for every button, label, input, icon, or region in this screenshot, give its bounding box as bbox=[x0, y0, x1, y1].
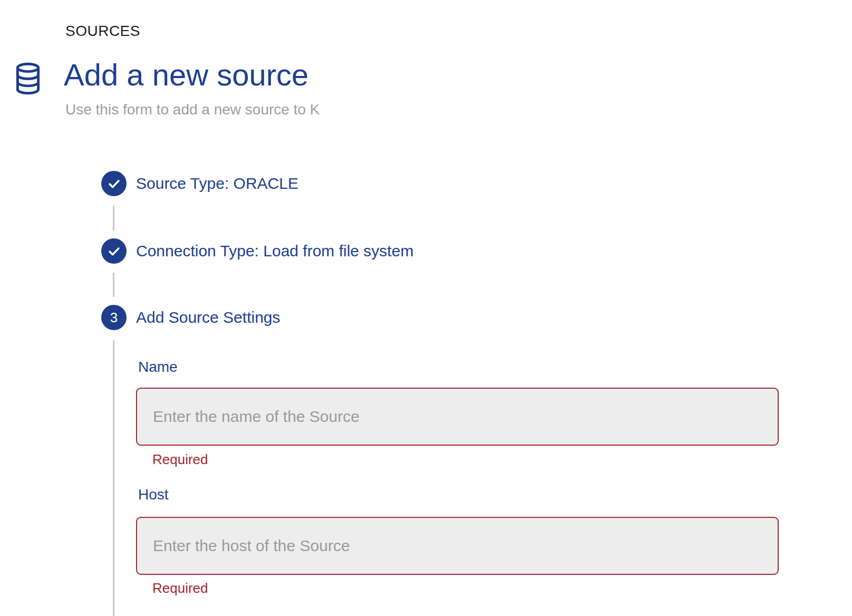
add-source-page: SOURCES Add a new source Use this form t… bbox=[0, 0, 852, 616]
step-3-number-indicator: 3 bbox=[101, 305, 127, 330]
step-3-label: Add Source Settings bbox=[136, 309, 280, 326]
step-3-number: 3 bbox=[110, 311, 118, 324]
step-2-label: Connection Type: Load from file system bbox=[136, 242, 413, 260]
host-required-error: Required bbox=[152, 580, 208, 596]
page-subtitle: Use this form to add a new source to K bbox=[65, 101, 320, 118]
host-input[interactable] bbox=[136, 517, 779, 575]
page-eyebrow: SOURCES bbox=[65, 23, 140, 39]
stepper-connector bbox=[113, 273, 114, 297]
stepper-step-source-type[interactable]: Source Type: ORACLE bbox=[101, 171, 298, 196]
stepper-step-add-source-settings: 3 Add Source Settings bbox=[101, 305, 280, 330]
step-1-label: Source Type: ORACLE bbox=[136, 175, 298, 192]
stepper-connector bbox=[113, 340, 114, 616]
step-1-completed-indicator bbox=[101, 171, 127, 196]
name-required-error: Required bbox=[152, 451, 208, 468]
check-icon bbox=[107, 177, 121, 191]
name-input[interactable] bbox=[136, 388, 779, 446]
stepper-step-connection-type[interactable]: Connection Type: Load from file system bbox=[101, 238, 413, 264]
page-title: Add a new source bbox=[64, 59, 308, 91]
host-field-label: Host bbox=[138, 486, 169, 503]
step-2-completed-indicator bbox=[101, 238, 127, 264]
name-field-label: Name bbox=[138, 359, 178, 376]
stepper-connector bbox=[113, 206, 114, 230]
database-icon bbox=[15, 62, 41, 95]
check-icon bbox=[107, 244, 121, 258]
